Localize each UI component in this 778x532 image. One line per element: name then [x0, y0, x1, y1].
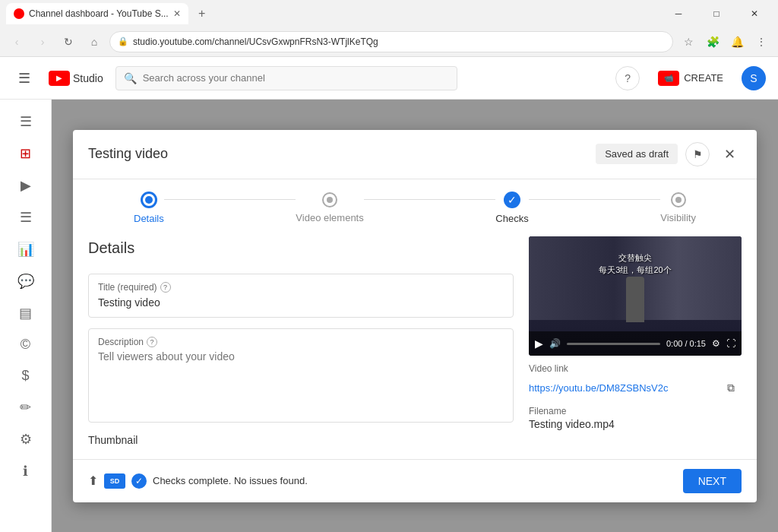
extensions-icon[interactable]: 🧩 — [702, 31, 723, 52]
browser-tab[interactable]: Channel dashboard - YouTube S... ✕ — [6, 3, 188, 24]
step-visibility[interactable]: Visibility — [660, 192, 696, 223]
sidebar-item-feedback[interactable]: ℹ — [0, 455, 51, 487]
more-icon[interactable]: ⋮ — [751, 31, 772, 52]
thumbnail-section: Thumbnail — [88, 433, 514, 447]
captions-icon[interactable]: SD — [104, 473, 125, 489]
sidebar-item-analytics[interactable]: 📊 — [0, 233, 51, 265]
toolbar-icons: ☆ 🧩 🔔 ⋮ — [678, 31, 772, 52]
search-input[interactable] — [143, 72, 449, 84]
sidebar-analytics-icon: 📊 — [17, 241, 34, 258]
forward-button[interactable]: › — [32, 31, 53, 52]
sidebar-item-subtitles[interactable]: ▤ — [0, 297, 51, 329]
create-icon — [658, 71, 679, 86]
saved-draft-button[interactable]: Saved as draft — [596, 144, 678, 164]
video-link-label: Video link — [529, 363, 742, 374]
section-title: Details — [88, 239, 514, 257]
step-video-elements-circle — [322, 192, 337, 207]
sidebar-playlists-icon: ☰ — [20, 209, 32, 226]
sidebar-item-settings[interactable]: ⚙ — [0, 423, 51, 455]
studio-header: ☰ Studio 🔍 ? CREATE S — [0, 57, 778, 100]
header-right: ? CREATE S — [615, 66, 766, 90]
video-link-url[interactable]: https://youtu.be/DM8ZSBNsV2c — [529, 382, 714, 394]
sidebar-item-dashboard[interactable]: ⊞ — [0, 138, 51, 169]
step-video-elements-dot — [327, 197, 333, 203]
notification-icon[interactable]: 🔔 — [726, 31, 748, 52]
sidebar-item-playlists[interactable]: ☰ — [0, 201, 51, 233]
video-settings-button[interactable]: ⚙ — [712, 338, 720, 349]
url-text: studio.youtube.com/channel/UCsvGxwpnFRsN… — [133, 36, 378, 47]
reload-button[interactable]: ↻ — [58, 31, 79, 52]
new-tab-button[interactable]: + — [193, 5, 211, 23]
volume-button[interactable]: 🔊 — [549, 338, 561, 349]
step-checks[interactable]: ✓ Checks — [495, 192, 528, 224]
modal-left: Details Title (required) ? — [88, 230, 514, 447]
video-text-overlay: 交替触尖 每天3组，每组20个 — [599, 252, 671, 277]
youtube-studio: ☰ Studio 🔍 ? CREATE S ☰ ⊞ ▶ ☰ 📊 💬 ▤ — [0, 57, 778, 532]
step-details[interactable]: Details — [134, 192, 164, 224]
description-info-icon[interactable]: ? — [147, 337, 157, 347]
sidebar-settings-icon: ⚙ — [20, 431, 32, 448]
video-preview: 交替触尖 每天3组，每组20个 ▶ 🔊 — [529, 236, 742, 356]
check-mark: ✓ — [135, 476, 143, 486]
sidebar-item-menu[interactable]: ☰ — [0, 106, 51, 138]
window-controls: ─ □ ✕ — [661, 3, 772, 24]
search-bar[interactable]: 🔍 — [115, 66, 457, 90]
youtube-logo-icon — [49, 71, 70, 86]
video-figure — [626, 277, 644, 322]
menu-icon[interactable]: ☰ — [12, 64, 36, 93]
modal-overlay: Testing video Saved as draft ⚑ ✕ — [52, 100, 778, 532]
step-checks-label: Checks — [495, 213, 528, 224]
close-button[interactable]: ✕ — [737, 3, 772, 24]
upload-icon[interactable]: ⬆ — [88, 473, 98, 488]
bookmark-icon[interactable]: ☆ — [678, 31, 699, 52]
help-button[interactable]: ? — [615, 66, 640, 90]
steps-bar: Details Video elements — [73, 179, 757, 230]
home-button[interactable]: ⌂ — [84, 31, 105, 52]
step-video-elements-label: Video elements — [296, 212, 363, 223]
modal-close-button[interactable]: ✕ — [717, 142, 742, 166]
step-video-elements[interactable]: Video elements — [296, 192, 363, 223]
step-visibility-circle — [671, 192, 686, 207]
sidebar-item-comments[interactable]: 💬 — [0, 265, 51, 297]
flag-button[interactable]: ⚑ — [685, 142, 710, 166]
address-bar[interactable]: 🔒 studio.youtube.com/channel/UCsvGxwpnFR… — [109, 31, 673, 52]
browser-chrome: Channel dashboard - YouTube S... ✕ + ─ □… — [0, 0, 778, 57]
sidebar-dashboard-icon: ⊞ — [20, 145, 31, 162]
title-info-icon[interactable]: ? — [160, 282, 171, 293]
sidebar-copyright-icon: © — [21, 337, 30, 353]
play-button[interactable]: ▶ — [535, 337, 543, 350]
avatar[interactable]: S — [742, 66, 766, 90]
back-button[interactable]: ‹ — [6, 31, 27, 52]
sidebar: ☰ ⊞ ▶ ☰ 📊 💬 ▤ © $ ✏ ⚙ ℹ — [0, 100, 52, 532]
step-details-label: Details — [134, 213, 164, 224]
checks-complete-icon: ✓ — [131, 473, 147, 489]
step-details-circle — [141, 192, 157, 208]
flag-icon: ⚑ — [693, 148, 703, 160]
sidebar-item-copyright[interactable]: © — [0, 329, 51, 360]
modal-title: Testing video — [88, 146, 596, 162]
next-button[interactable]: NEXT — [683, 469, 742, 493]
restore-button[interactable]: □ — [699, 3, 734, 24]
create-button[interactable]: CREATE — [649, 66, 732, 90]
video-link-section: Video link https://youtu.be/DM8ZSBNsV2c … — [529, 363, 742, 398]
modal-body: Details Title (required) ? — [73, 230, 757, 459]
sidebar-feedback-icon: ℹ — [23, 463, 28, 480]
browser-titlebar: Channel dashboard - YouTube S... ✕ + ─ □… — [0, 0, 778, 27]
minimize-button[interactable]: ─ — [661, 3, 696, 24]
copy-link-button[interactable]: ⧉ — [720, 377, 742, 398]
main-content: Testing video Saved as draft ⚑ ✕ — [52, 100, 778, 532]
sidebar-item-earn[interactable]: $ — [0, 360, 51, 391]
fullscreen-button[interactable]: ⛶ — [726, 338, 735, 349]
sidebar-item-content[interactable]: ▶ — [0, 169, 51, 201]
tab-title: Channel dashboard - YouTube S... — [29, 8, 169, 19]
progress-bar[interactable] — [567, 343, 660, 345]
captions-label: SD — [110, 477, 120, 485]
tab-close-icon[interactable]: ✕ — [173, 8, 181, 19]
step-details-dot — [145, 196, 153, 204]
checks-text: Checks complete. No issues found. — [153, 475, 308, 486]
title-input[interactable] — [98, 296, 504, 309]
sidebar-item-customize[interactable]: ✏ — [0, 391, 51, 423]
description-textarea[interactable] — [98, 350, 504, 411]
step-connector-2 — [364, 199, 496, 200]
create-label: CREATE — [684, 72, 723, 84]
